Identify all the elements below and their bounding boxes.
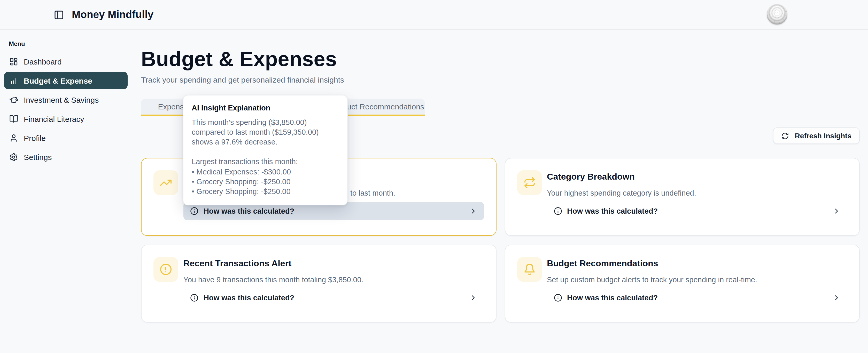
info-icon bbox=[190, 207, 198, 215]
sidebar-item-label: Financial Literacy bbox=[24, 114, 84, 123]
card-title: Category Breakdown bbox=[547, 172, 847, 182]
popover-spacer bbox=[192, 147, 339, 157]
card-recent-transactions-alert: Recent Transactions Alert You have 9 tra… bbox=[141, 245, 496, 323]
how-calculated-label: How was this calculated? bbox=[567, 207, 658, 215]
card-description: You have 9 transactions this month total… bbox=[183, 276, 484, 284]
gear-icon bbox=[9, 152, 18, 161]
popover-list-intro: Largest transactions this month: bbox=[192, 157, 339, 167]
app-title: Money Mindfully bbox=[72, 9, 153, 21]
user-avatar[interactable] bbox=[767, 4, 787, 25]
card-title: Recent Transactions Alert bbox=[183, 258, 484, 269]
popover-transactions-list: Largest transactions this month: • Medic… bbox=[192, 157, 339, 197]
chevron-right-icon bbox=[832, 207, 841, 215]
how-calculated-button[interactable]: How was this calculated? bbox=[547, 202, 847, 220]
popover-bullet: • Grocery Shopping: -$250.00 bbox=[192, 177, 339, 186]
sidebar-item-label: Profile bbox=[24, 133, 46, 142]
sidebar-toggle-icon[interactable] bbox=[54, 9, 64, 20]
card-title: Budget Recommendations bbox=[547, 258, 847, 269]
sidebar-item-label: Investment & Savings bbox=[24, 95, 99, 104]
sidebar-menu-label: Menu bbox=[9, 40, 132, 47]
how-calculated-label: How was this calculated? bbox=[204, 207, 294, 215]
ai-insight-popover: AI Insight Explanation This month's spen… bbox=[183, 95, 348, 205]
bar-chart-icon bbox=[9, 76, 18, 85]
sidebar-item-investment-savings[interactable]: Investment & Savings bbox=[4, 91, 128, 108]
sidebar-item-label: Budget & Expense bbox=[24, 76, 92, 85]
dashboard-icon bbox=[9, 57, 18, 66]
popover-paragraph: This month's spending ($3,850.00) compar… bbox=[192, 118, 339, 147]
popover-title: AI Insight Explanation bbox=[192, 104, 339, 112]
popover-bullet: • Grocery Shopping: -$250.00 bbox=[192, 187, 339, 197]
bell-icon bbox=[517, 257, 542, 282]
book-open-icon bbox=[9, 114, 18, 123]
chevron-right-icon bbox=[469, 294, 477, 302]
info-icon bbox=[190, 294, 198, 302]
piggy-bank-icon bbox=[9, 95, 18, 104]
trending-up-icon bbox=[153, 170, 178, 195]
refresh-insights-button[interactable]: Refresh Insights bbox=[773, 128, 860, 144]
how-calculated-label: How was this calculated? bbox=[204, 294, 294, 302]
refresh-insights-label: Refresh Insights bbox=[795, 132, 851, 140]
sidebar-item-profile[interactable]: Profile bbox=[4, 129, 128, 147]
chevron-right-icon bbox=[832, 294, 841, 302]
chevron-right-icon bbox=[469, 207, 477, 215]
card-description: Your highest spending category is undefi… bbox=[547, 189, 847, 198]
user-icon bbox=[9, 133, 18, 142]
top-header: Money Mindfully bbox=[0, 0, 868, 30]
card-description: Set up custom budget alerts to track you… bbox=[547, 276, 847, 284]
repeat-icon bbox=[517, 170, 542, 195]
sidebar-item-settings[interactable]: Settings bbox=[4, 148, 128, 166]
popover-bullet: • Medical Expenses: -$300.00 bbox=[192, 167, 339, 177]
info-icon bbox=[554, 207, 562, 215]
sidebar-item-financial-literacy[interactable]: Financial Literacy bbox=[4, 110, 128, 128]
refresh-icon bbox=[781, 132, 789, 140]
card-budget-recommendations: Budget Recommendations Set up custom bud… bbox=[504, 245, 860, 323]
page-title: Budget & Expenses bbox=[141, 47, 860, 71]
sidebar-item-label: Dashboard bbox=[24, 57, 62, 66]
how-calculated-button[interactable]: How was this calculated? bbox=[547, 288, 847, 307]
sidebar-item-dashboard[interactable]: Dashboard bbox=[4, 52, 128, 70]
sidebar-item-label: Settings bbox=[24, 152, 52, 161]
app-root: Money Mindfully Menu Dashboard Budget & … bbox=[0, 0, 868, 353]
how-calculated-label: How was this calculated? bbox=[567, 294, 658, 302]
how-calculated-button[interactable]: How was this calculated? bbox=[183, 288, 484, 307]
alert-circle-icon bbox=[153, 257, 178, 282]
card-category-breakdown: Category Breakdown Your highest spending… bbox=[504, 158, 860, 236]
info-icon bbox=[554, 294, 562, 302]
page-subtitle: Track your spending and get personalized… bbox=[141, 75, 860, 84]
sidebar-item-budget-expense[interactable]: Budget & Expense bbox=[4, 72, 128, 89]
sidebar: Menu Dashboard Budget & Expense Investme… bbox=[0, 29, 132, 353]
